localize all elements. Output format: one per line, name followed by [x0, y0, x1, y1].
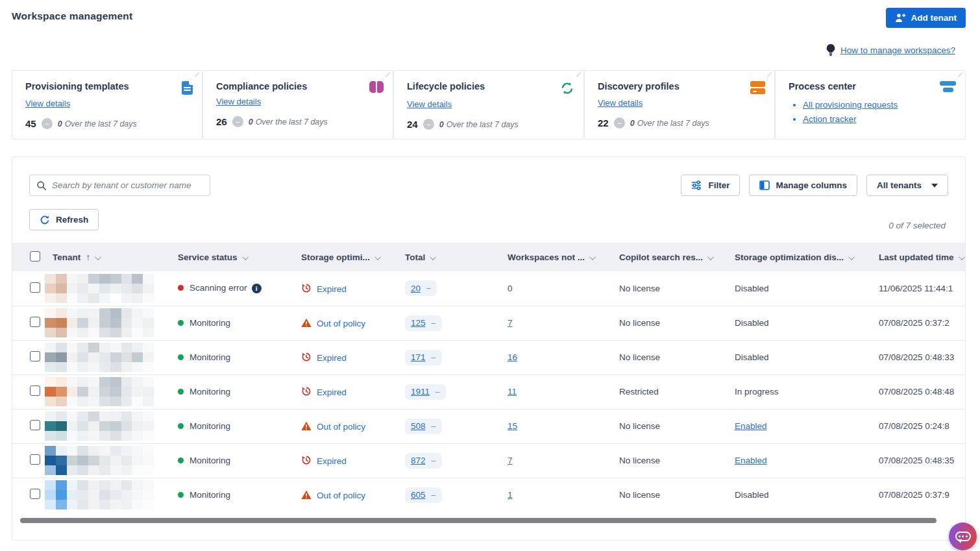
- how-to-manage-link[interactable]: How to manage workspaces?: [840, 45, 955, 55]
- redacted-tenant-name: [45, 411, 154, 441]
- card-lifecycle-policies: Lifecycle policies View details 24 − 0Ov…: [393, 70, 584, 140]
- redacted-tenant-name: [45, 480, 154, 509]
- manage-columns-button[interactable]: Manage columns: [749, 175, 857, 196]
- storage-status-link[interactable]: Expired: [317, 353, 347, 363]
- status-dot-ok: [178, 492, 184, 498]
- workspaces-not-link[interactable]: 16: [508, 352, 517, 362]
- column-header-total[interactable]: Total: [393, 243, 496, 271]
- storage-status-link[interactable]: Expired: [317, 284, 347, 294]
- redacted-tenant-name: [45, 274, 154, 303]
- total-pill: 508−: [405, 419, 442, 434]
- card-discovery-profiles: Discovery profiles View details 22 − 0Ov…: [584, 70, 775, 140]
- workspaces-not-link[interactable]: 1: [508, 490, 513, 500]
- total-link[interactable]: 508: [411, 421, 426, 431]
- search-input[interactable]: [52, 180, 203, 190]
- column-header-last-updated[interactable]: Last updated time: [867, 243, 966, 271]
- card-count: 24: [407, 119, 418, 130]
- info-icon[interactable]: i: [252, 284, 262, 293]
- table-row[interactable]: Scanning errori Expired 20− 0 No license…: [12, 271, 966, 306]
- row-checkbox[interactable]: [30, 317, 40, 327]
- storage-status-link[interactable]: Expired: [317, 387, 347, 397]
- table-row[interactable]: Monitoring Expired 171− 16 No license Di…: [12, 340, 966, 374]
- storage-status-link[interactable]: Out of policy: [317, 319, 365, 328]
- chevron-down-icon[interactable]: [959, 254, 965, 260]
- chevron-down-icon[interactable]: [430, 254, 436, 260]
- status-dot-ok: [178, 354, 184, 360]
- storage-status-link[interactable]: Out of policy: [317, 422, 365, 432]
- no-change-icon: −: [232, 116, 243, 127]
- column-header-copilot-search[interactable]: Copilot search res...: [607, 243, 723, 271]
- chevron-down-icon[interactable]: [242, 254, 249, 260]
- row-checkbox[interactable]: [30, 454, 40, 465]
- view-details-link[interactable]: View details: [25, 99, 70, 108]
- row-checkbox[interactable]: [30, 489, 40, 499]
- status-dot-error: [178, 285, 184, 291]
- column-header-storage-optimization[interactable]: Storage optimi...: [289, 243, 393, 271]
- row-checkbox[interactable]: [30, 351, 40, 361]
- page-title: Workspace management: [12, 8, 132, 22]
- column-header-tenant[interactable]: Tenant↑: [45, 243, 166, 271]
- total-link[interactable]: 605: [411, 490, 426, 500]
- table-row[interactable]: Monitoring Out of policy 125− 7 No licen…: [12, 306, 966, 340]
- total-link[interactable]: 1911: [411, 387, 430, 397]
- storage-opt-display-link[interactable]: Enabled: [735, 421, 767, 431]
- row-checkbox[interactable]: [30, 386, 40, 396]
- search-icon: [36, 180, 47, 191]
- total-link[interactable]: 125: [411, 318, 426, 328]
- service-status: Monitoring: [190, 318, 230, 328]
- table-row[interactable]: Monitoring Out of policy 605− 1 No licen…: [12, 478, 966, 512]
- column-header-service-status[interactable]: Service status: [166, 243, 289, 271]
- server-icon: [750, 81, 765, 94]
- add-tenant-button[interactable]: Add tenant: [886, 8, 966, 28]
- storage-opt-display-link[interactable]: Enabled: [735, 456, 767, 465]
- storage-status-link[interactable]: Out of policy: [317, 491, 365, 500]
- total-link[interactable]: 20: [411, 284, 421, 293]
- table-row[interactable]: Monitoring Expired 872− 7 No license Ena…: [12, 443, 966, 478]
- workspaces-not-link[interactable]: 15: [508, 421, 517, 431]
- document-icon: [182, 81, 193, 95]
- storage-opt-display: Disabled: [735, 352, 769, 362]
- filter-button[interactable]: Filter: [681, 175, 740, 196]
- table-row[interactable]: Monitoring Out of policy 508− 15 No lice…: [12, 409, 966, 443]
- chevron-down-icon[interactable]: [707, 254, 714, 260]
- chevron-down-icon[interactable]: [848, 254, 855, 260]
- workspaces-not-link[interactable]: 7: [508, 318, 513, 328]
- tenant-scope-dropdown[interactable]: All tenants: [866, 175, 948, 196]
- chevron-down-icon[interactable]: [95, 254, 101, 260]
- table-row[interactable]: Monitoring Expired 1911− 11 Restricted I…: [12, 374, 966, 409]
- last-updated-time: 07/08/2025 0:37:9: [879, 490, 949, 500]
- view-details-link[interactable]: View details: [407, 99, 452, 109]
- column-header-workspaces-not[interactable]: Workspaces not ...: [496, 243, 607, 271]
- card-count: 26: [216, 116, 227, 127]
- chat-widget-button[interactable]: [949, 522, 977, 550]
- total-link[interactable]: 872: [411, 456, 426, 465]
- all-provisioning-requests-link[interactable]: All provisioning requests: [803, 100, 898, 110]
- column-header-storage-opt-display[interactable]: Storage optimization dis...: [723, 243, 867, 271]
- total-link[interactable]: 171: [411, 352, 426, 362]
- row-checkbox[interactable]: [30, 420, 40, 430]
- storage-opt-display: Disabled: [735, 490, 769, 500]
- select-all-checkbox[interactable]: [30, 251, 40, 262]
- service-status: Monitoring: [190, 421, 230, 431]
- view-details-link[interactable]: View details: [216, 97, 261, 106]
- horizontal-scrollbar[interactable]: [20, 518, 937, 523]
- chevron-down-icon[interactable]: [374, 254, 381, 260]
- total-pill: 605−: [405, 487, 442, 503]
- tenant-table-panel: Filter Manage columns All tenants Refres…: [12, 156, 966, 541]
- search-box[interactable]: [29, 175, 210, 196]
- workspaces-not-link[interactable]: 11: [508, 387, 517, 397]
- service-status: Monitoring: [190, 456, 230, 465]
- refresh-button[interactable]: Refresh: [29, 209, 99, 230]
- workspaces-not-link[interactable]: 7: [508, 456, 513, 465]
- storage-status-link[interactable]: Expired: [317, 456, 347, 466]
- top-bar: Workspace management Add tenant: [0, 0, 980, 28]
- row-checkbox[interactable]: [30, 282, 40, 293]
- stack-icon: [940, 81, 956, 93]
- service-status: Monitoring: [190, 490, 230, 500]
- total-pill: 171−: [405, 350, 442, 365]
- lightbulb-icon: [826, 43, 836, 57]
- view-details-link[interactable]: View details: [598, 98, 643, 108]
- chevron-down-icon[interactable]: [589, 254, 596, 260]
- action-tracker-link[interactable]: Action tracker: [803, 114, 857, 124]
- redacted-tenant-name: [45, 446, 154, 475]
